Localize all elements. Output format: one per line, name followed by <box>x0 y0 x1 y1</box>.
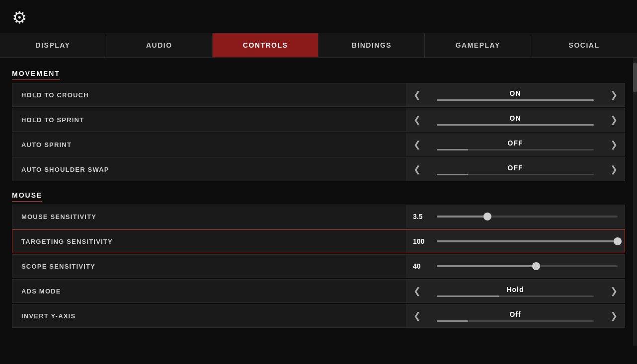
slider-value-targeting-sensitivity: 100 <box>413 237 431 245</box>
tab-bindings[interactable]: BINDINGS <box>318 33 425 57</box>
arrow-right-hold-to-sprint[interactable]: ❯ <box>603 108 625 131</box>
arrow-left-invert-y-axis[interactable]: ❮ <box>406 304 428 327</box>
control-value-auto-shoulder-swap: OFF <box>508 164 523 172</box>
slider-thumb-targeting-sensitivity[interactable] <box>614 237 622 245</box>
setting-control-auto-sprint: ❮OFF❯ <box>406 133 625 156</box>
setting-row-scope-sensitivity: SCOPE SENSITIVITY40 <box>12 254 625 278</box>
setting-control-hold-to-crouch: ❮ON❯ <box>406 83 625 106</box>
setting-label-hold-to-sprint: HOLD TO SPRINT <box>12 116 406 124</box>
setting-row-targeting-sensitivity: TARGETING SENSITIVITY100 <box>12 229 625 253</box>
setting-row-auto-shoulder-swap: AUTO SHOULDER SWAP❮OFF❯ <box>12 157 625 181</box>
setting-label-targeting-sensitivity: TARGETING SENSITIVITY <box>12 238 406 245</box>
tab-social[interactable]: SOCIAL <box>531 33 637 57</box>
control-value-auto-sprint: OFF <box>508 139 523 147</box>
arrow-right-hold-to-crouch[interactable]: ❯ <box>603 83 625 106</box>
section-header-mouse: MOUSE <box>12 191 42 202</box>
scrollbar-thumb <box>633 63 637 92</box>
tabs-bar: DISPLAYAUDIOCONTROLSBINDINGSGAMEPLAYSOCI… <box>0 33 637 58</box>
setting-row-hold-to-sprint: HOLD TO SPRINT❮ON❯ <box>12 108 625 132</box>
setting-control-mouse-sensitivity: 3.5 <box>406 205 625 228</box>
setting-row-hold-to-crouch: HOLD TO CROUCH❮ON❯ <box>12 83 625 107</box>
setting-control-invert-y-axis: ❮Off❯ <box>406 304 625 327</box>
setting-label-mouse-sensitivity: MOUSE SENSITIVITY <box>12 213 406 220</box>
arrow-left-auto-shoulder-swap[interactable]: ❮ <box>406 158 428 181</box>
arrow-right-invert-y-axis[interactable]: ❯ <box>603 304 625 327</box>
setting-label-auto-shoulder-swap: AUTO SHOULDER SWAP <box>12 166 406 173</box>
control-value-hold-to-crouch: ON <box>510 89 521 97</box>
setting-control-scope-sensitivity: 40 <box>406 255 625 278</box>
setting-label-ads-mode: ADS MODE <box>12 288 406 295</box>
section-header-movement: MOVEMENT <box>12 70 60 80</box>
tab-controls[interactable]: CONTROLS <box>213 33 319 57</box>
arrow-right-ads-mode[interactable]: ❯ <box>603 280 625 302</box>
setting-label-hold-to-crouch: HOLD TO CROUCH <box>12 91 406 99</box>
arrow-left-hold-to-sprint[interactable]: ❮ <box>406 108 428 131</box>
arrow-right-auto-sprint[interactable]: ❯ <box>603 133 625 156</box>
control-value-hold-to-sprint: ON <box>510 114 521 122</box>
arrow-left-ads-mode[interactable]: ❮ <box>406 280 428 302</box>
setting-control-targeting-sensitivity: 100 <box>406 230 625 253</box>
arrow-left-auto-sprint[interactable]: ❮ <box>406 133 428 156</box>
setting-row-ads-mode: ADS MODE❮Hold❯ <box>12 279 625 303</box>
scrollbar[interactable] <box>633 58 637 346</box>
header: ⚙ <box>0 0 637 33</box>
control-value-invert-y-axis: Off <box>509 310 521 318</box>
setting-control-hold-to-sprint: ❮ON❯ <box>406 108 625 131</box>
arrow-left-hold-to-crouch[interactable]: ❮ <box>406 83 428 106</box>
tab-audio[interactable]: AUDIO <box>106 33 213 57</box>
setting-control-auto-shoulder-swap: ❮OFF❯ <box>406 158 625 181</box>
setting-control-ads-mode: ❮Hold❯ <box>406 280 625 302</box>
slider-thumb-scope-sensitivity[interactable] <box>532 262 540 270</box>
gear-icon: ⚙ <box>12 9 31 28</box>
slider-track-scope-sensitivity[interactable] <box>437 265 618 267</box>
setting-row-invert-y-axis: INVERT Y-AXIS❮Off❯ <box>12 304 625 328</box>
tab-display[interactable]: DISPLAY <box>0 33 106 57</box>
tab-gameplay[interactable]: GAMEPLAY <box>425 33 531 57</box>
slider-thumb-mouse-sensitivity[interactable] <box>483 213 491 220</box>
setting-row-mouse-sensitivity: MOUSE SENSITIVITY3.5 <box>12 205 625 228</box>
slider-value-mouse-sensitivity: 3.5 <box>413 213 431 220</box>
setting-label-scope-sensitivity: SCOPE SENSITIVITY <box>12 263 406 270</box>
setting-label-auto-sprint: AUTO SPRINT <box>12 141 406 148</box>
slider-track-mouse-sensitivity[interactable] <box>437 216 618 218</box>
arrow-right-auto-shoulder-swap[interactable]: ❯ <box>603 158 625 181</box>
setting-row-auto-sprint: AUTO SPRINT❮OFF❯ <box>12 133 625 156</box>
setting-label-invert-y-axis: INVERT Y-AXIS <box>12 312 406 320</box>
slider-track-targeting-sensitivity[interactable] <box>437 240 618 242</box>
control-value-ads-mode: Hold <box>506 286 524 293</box>
slider-value-scope-sensitivity: 40 <box>413 262 431 270</box>
content: MOVEMENTHOLD TO CROUCH❮ON❯HOLD TO SPRINT… <box>0 58 637 337</box>
